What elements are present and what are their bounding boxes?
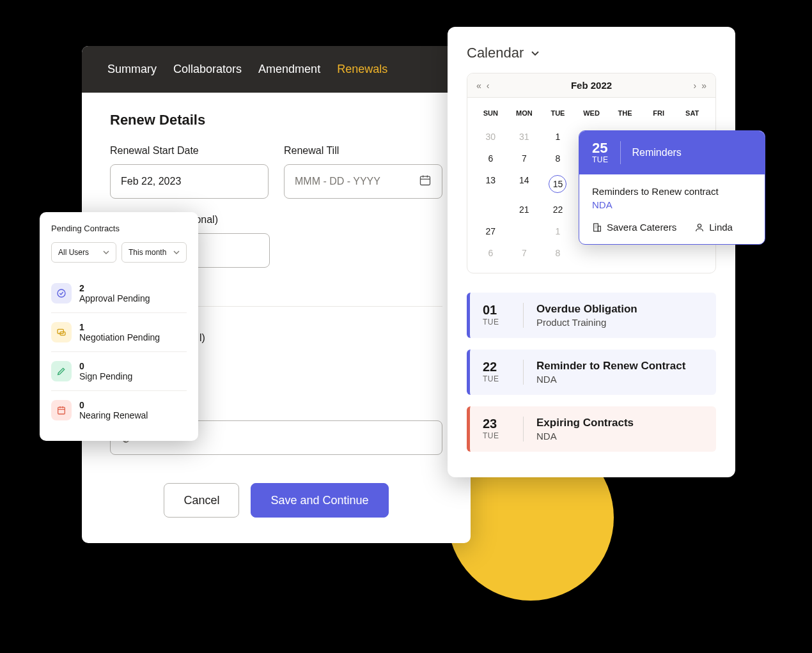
- tabs: Summary Collaborators Amendment Renewals: [82, 46, 471, 93]
- calendar-day: [575, 242, 609, 264]
- calendar-day[interactable]: 1: [541, 220, 575, 242]
- calendar-day[interactable]: 15: [541, 169, 575, 199]
- popover-day: 25: [592, 141, 609, 155]
- next-year-icon[interactable]: »: [701, 81, 707, 91]
- tab-collaborators[interactable]: Collaborators: [173, 46, 242, 93]
- calendar-dow: MON: [508, 109, 542, 126]
- start-date-value: Feb 22, 2023: [121, 176, 181, 187]
- calendar-day: [675, 242, 709, 264]
- event-item[interactable]: 22 TUE Reminder to Renew Contract NDA: [467, 350, 716, 395]
- calendar-day[interactable]: 1: [541, 126, 575, 148]
- event-title: Expiring Contracts: [536, 417, 634, 429]
- event-item[interactable]: 23 TUE Expiring Contracts NDA: [467, 406, 716, 452]
- pending-label: Negotiation Pending: [79, 332, 160, 342]
- popover-company: Savera Caterers: [592, 222, 676, 233]
- popover-link[interactable]: NDA: [592, 199, 752, 210]
- svg-rect-5: [594, 224, 598, 231]
- pending-count: 0: [79, 361, 132, 371]
- partial-label: l): [199, 332, 442, 344]
- calendar-day[interactable]: 22: [541, 199, 575, 220]
- calendar-day[interactable]: 6: [474, 148, 508, 169]
- pending-item[interactable]: 0 Sign Pending: [51, 352, 187, 391]
- event-subtitle: NDA: [536, 374, 685, 385]
- calendar-dow: SAT: [675, 109, 709, 126]
- prev-month-icon[interactable]: ‹: [487, 81, 490, 91]
- svg-rect-6: [598, 226, 600, 231]
- calendar-day[interactable]: 7: [508, 148, 542, 169]
- event-title: Reminder to Renew Contract: [536, 360, 685, 373]
- calendar-dow: WED: [575, 109, 609, 126]
- event-subtitle: Product Training: [536, 317, 637, 328]
- calendar-icon: [51, 400, 72, 420]
- tab-renewals[interactable]: Renewals: [337, 46, 387, 93]
- event-dow: TUE: [483, 318, 499, 326]
- event-dow: TUE: [483, 431, 499, 440]
- pending-item[interactable]: 1 Negotiation Pending: [51, 313, 187, 352]
- event-day: 01: [483, 303, 497, 318]
- pending-count: 1: [79, 322, 160, 332]
- calendar-day[interactable]: 21: [508, 199, 542, 220]
- calendar-day: [608, 242, 642, 264]
- event-item[interactable]: 01 TUE Overdue Obligation Product Traini…: [467, 293, 716, 338]
- check-circle-icon: [51, 283, 72, 303]
- calendar-dow: TUE: [541, 109, 575, 126]
- calendar-day: [642, 242, 676, 264]
- svg-rect-4: [58, 407, 65, 414]
- calendar-day[interactable]: 30: [474, 126, 508, 148]
- calendar-day[interactable]: 13: [474, 169, 508, 199]
- till-input[interactable]: MMM - DD - YYYY: [284, 164, 442, 199]
- chevron-down-icon[interactable]: [530, 48, 540, 58]
- popover-person: Linda: [694, 222, 733, 233]
- calendar-day[interactable]: 7: [508, 242, 542, 264]
- pending-title: Pending Contracts: [51, 224, 187, 233]
- till-label: Renewal Till: [284, 145, 442, 157]
- cancel-button[interactable]: Cancel: [164, 483, 239, 518]
- calendar-day[interactable]: 8: [541, 148, 575, 169]
- svg-rect-2: [58, 329, 63, 334]
- tab-summary[interactable]: Summary: [107, 46, 157, 93]
- calendar-day[interactable]: 31: [508, 126, 542, 148]
- calendar-day[interactable]: 14: [508, 169, 542, 199]
- start-date-input[interactable]: Feb 22, 2023: [110, 164, 269, 199]
- popover-title: Reminders: [632, 147, 682, 158]
- start-date-label: Renewal Start Date: [110, 145, 269, 157]
- calendar-day[interactable]: 6: [474, 242, 508, 264]
- calendar-day: [508, 220, 542, 242]
- pending-count: 2: [79, 283, 150, 293]
- calendar-icon: [419, 174, 432, 189]
- filter-users-value: All Users: [58, 248, 89, 257]
- chat-icon: [51, 322, 72, 342]
- event-day: 23: [483, 417, 497, 431]
- popover-dow: TUE: [592, 155, 609, 164]
- chevron-down-icon: [103, 249, 109, 256]
- tab-amendment[interactable]: Amendment: [258, 46, 320, 93]
- svg-rect-0: [421, 176, 430, 185]
- calendar-day[interactable]: 27: [474, 220, 508, 242]
- save-button[interactable]: Save and Continue: [251, 483, 388, 518]
- calendar-title: Calendar: [467, 45, 524, 61]
- next-month-icon[interactable]: ›: [694, 81, 697, 91]
- calendar-card: Calendar « ‹ Feb 2022 › » SUNMONTUEWEDTH…: [448, 27, 735, 477]
- prev-year-icon[interactable]: «: [476, 81, 481, 91]
- pending-count: 0: [79, 400, 148, 410]
- pending-card: Pending Contracts All Users This month 2…: [40, 212, 198, 441]
- pending-item[interactable]: 2 Approval Pending: [51, 274, 187, 313]
- pending-label: Approval Pending: [79, 293, 150, 303]
- person-icon: [694, 222, 705, 233]
- filter-users[interactable]: All Users: [51, 242, 116, 263]
- building-icon: [592, 222, 602, 233]
- event-dow: TUE: [483, 374, 499, 383]
- calendar-day[interactable]: 8: [541, 242, 575, 264]
- reminder-popover: 25 TUE Reminders Reminders to Renew cont…: [579, 130, 765, 245]
- renewal-title: Renew Details: [110, 112, 442, 128]
- filter-period[interactable]: This month: [121, 242, 187, 263]
- filter-period-value: This month: [129, 248, 166, 257]
- pending-item[interactable]: 0 Nearing Renewal: [51, 391, 187, 429]
- pending-label: Nearing Renewal: [79, 410, 148, 420]
- chevron-down-icon: [173, 249, 180, 256]
- calendar-month: Feb 2022: [571, 80, 612, 91]
- calendar-dow: THE: [608, 109, 642, 126]
- calendar-dow: SUN: [474, 109, 508, 126]
- till-placeholder: MMM - DD - YYYY: [295, 176, 380, 187]
- event-title: Overdue Obligation: [536, 303, 637, 316]
